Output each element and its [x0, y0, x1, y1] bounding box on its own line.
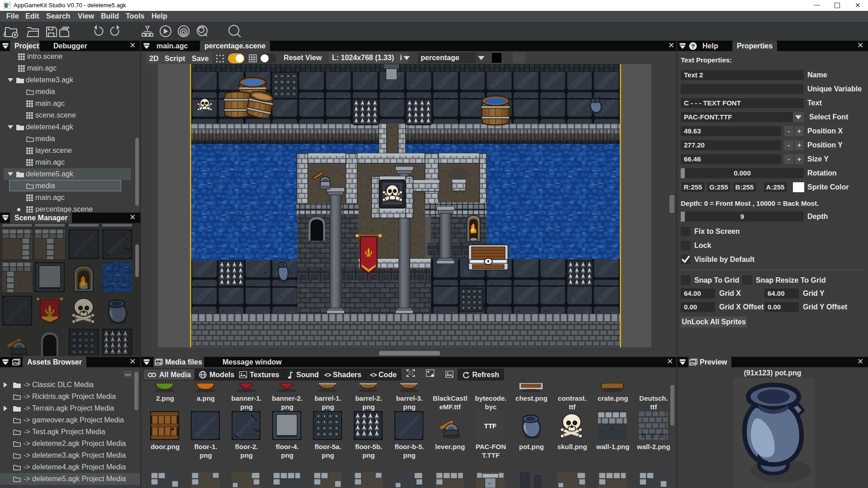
svg-text:?: ?: [691, 43, 695, 50]
svg-text:TTF: TTF: [484, 422, 497, 430]
